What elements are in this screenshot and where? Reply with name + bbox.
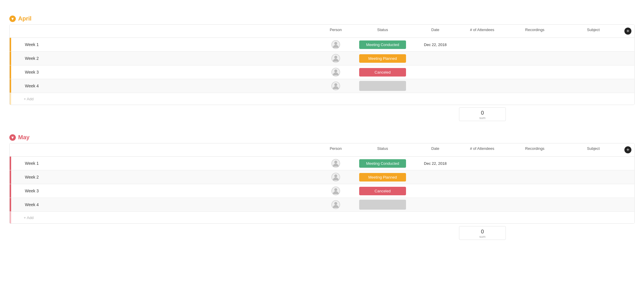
row-status[interactable]: Meeting Planned	[353, 53, 412, 64]
row-label: Week 3	[21, 189, 318, 193]
col-subject-header: Subject	[564, 26, 623, 36]
row-accent	[10, 198, 11, 211]
svg-point-11	[334, 174, 337, 177]
row-accent	[10, 38, 11, 51]
svg-point-13	[334, 188, 337, 191]
table-row: Week 4	[10, 79, 634, 93]
col-attendees-header: # of Attendees	[459, 26, 506, 36]
row-person[interactable]	[318, 159, 353, 168]
row-status[interactable]: Canceled	[353, 186, 412, 196]
add-row-label[interactable]: + Add	[21, 216, 634, 220]
row-person[interactable]	[318, 68, 353, 77]
col-person-header: Person	[318, 145, 353, 155]
column-headers: Person Status Date # of Attendees Record…	[10, 25, 634, 38]
section-title-april: April	[18, 15, 32, 22]
add-row-accent	[10, 93, 11, 105]
row-status[interactable]: Meeting Conducted	[353, 39, 412, 50]
status-badge-planned[interactable]: Meeting Planned	[359, 54, 406, 63]
row-accent	[10, 79, 11, 93]
svg-point-3	[334, 56, 337, 59]
col-name-spacer	[21, 26, 318, 36]
sum-box: 0 sum	[459, 226, 506, 240]
row-label: Week 2	[21, 175, 318, 179]
col-recordings-header: Recordings	[506, 26, 564, 36]
row-person[interactable]	[318, 173, 353, 181]
sum-value: 0	[459, 229, 506, 235]
table-may: Person Status Date # of Attendees Record…	[9, 143, 635, 224]
col-status-header: Status	[353, 145, 412, 155]
col-person-header: Person	[318, 26, 353, 36]
row-person[interactable]	[318, 82, 353, 90]
status-badge-conducted[interactable]: Meeting Conducted	[359, 40, 406, 49]
row-label: Week 2	[21, 56, 318, 61]
add-row-label[interactable]: + Add	[21, 97, 634, 101]
status-badge-planned[interactable]: Meeting Planned	[359, 173, 406, 181]
table-row: Week 3 Canceled	[10, 184, 634, 198]
col-recordings-header: Recordings	[506, 145, 564, 155]
section-april: ▼ April Person Status Date # of Attendee…	[9, 15, 635, 122]
row-accent	[10, 65, 11, 79]
col-attendees-header: # of Attendees	[459, 145, 506, 155]
status-badge-canceled[interactable]: Canceled	[359, 68, 406, 77]
section-toggle-april[interactable]: ▼	[9, 16, 16, 22]
row-label: Week 1	[21, 42, 318, 47]
status-badge-conducted[interactable]: Meeting Conducted	[359, 159, 406, 168]
col-accent-spacer	[10, 145, 21, 155]
col-status-header: Status	[353, 26, 412, 36]
table-row: Week 4	[10, 198, 634, 212]
sum-value: 0	[459, 110, 506, 116]
status-empty[interactable]	[359, 81, 406, 91]
row-label: Week 4	[21, 84, 318, 88]
sum-label: sum	[459, 235, 506, 238]
add-row[interactable]: + Add	[10, 93, 634, 105]
svg-point-5	[334, 69, 337, 72]
row-status[interactable]	[353, 80, 412, 92]
table-row: Week 2 Meeting Planned	[10, 170, 634, 184]
section-title-may: May	[18, 134, 30, 141]
col-name-spacer	[21, 145, 318, 155]
row-person[interactable]	[318, 200, 353, 209]
table-row: Week 3 Canceled	[10, 65, 634, 79]
row-person[interactable]	[318, 40, 353, 49]
row-status[interactable]	[353, 199, 412, 211]
table-row: Week 2 Meeting Planned	[10, 52, 634, 65]
row-label: Week 1	[21, 161, 318, 166]
row-label: Week 3	[21, 70, 318, 74]
row-accent	[10, 184, 11, 198]
add-column-button[interactable]: +	[623, 145, 634, 155]
row-accent	[10, 170, 11, 184]
add-column-icon[interactable]: +	[624, 146, 631, 153]
svg-point-9	[334, 161, 337, 164]
col-accent-spacer	[10, 26, 21, 36]
table-april: Person Status Date # of Attendees Record…	[9, 24, 635, 105]
row-status[interactable]: Canceled	[353, 67, 412, 78]
status-empty[interactable]	[359, 200, 406, 210]
sum-box: 0 sum	[459, 107, 506, 121]
row-label: Week 4	[21, 202, 318, 207]
sum-area-april: 0 sum	[9, 105, 635, 122]
add-row[interactable]: + Add	[10, 212, 634, 223]
row-accent	[10, 52, 11, 65]
row-date: Dec 22, 2018	[412, 43, 459, 47]
add-column-button[interactable]: +	[623, 26, 634, 36]
row-person[interactable]	[318, 186, 353, 195]
col-date-header: Date	[412, 26, 459, 36]
add-column-icon[interactable]: +	[624, 28, 631, 35]
section-toggle-may[interactable]: ▼	[9, 134, 16, 141]
add-row-accent	[10, 212, 11, 223]
svg-point-1	[334, 42, 337, 45]
column-headers: Person Status Date # of Attendees Record…	[10, 143, 634, 157]
table-row: Week 1 Meeting Conducted Dec 22, 2018	[10, 38, 634, 52]
row-person[interactable]	[318, 54, 353, 63]
sum-area-may: 0 sum	[9, 224, 635, 241]
sum-label: sum	[459, 116, 506, 120]
col-date-header: Date	[412, 145, 459, 155]
row-status[interactable]: Meeting Planned	[353, 172, 412, 183]
svg-point-15	[334, 202, 337, 205]
row-date: Dec 22, 2018	[412, 161, 459, 166]
status-badge-canceled[interactable]: Canceled	[359, 187, 406, 195]
col-subject-header: Subject	[564, 145, 623, 155]
table-row: Week 1 Meeting Conducted Dec 22, 2018	[10, 157, 634, 170]
row-status[interactable]: Meeting Conducted	[353, 158, 412, 169]
row-accent	[10, 157, 11, 170]
